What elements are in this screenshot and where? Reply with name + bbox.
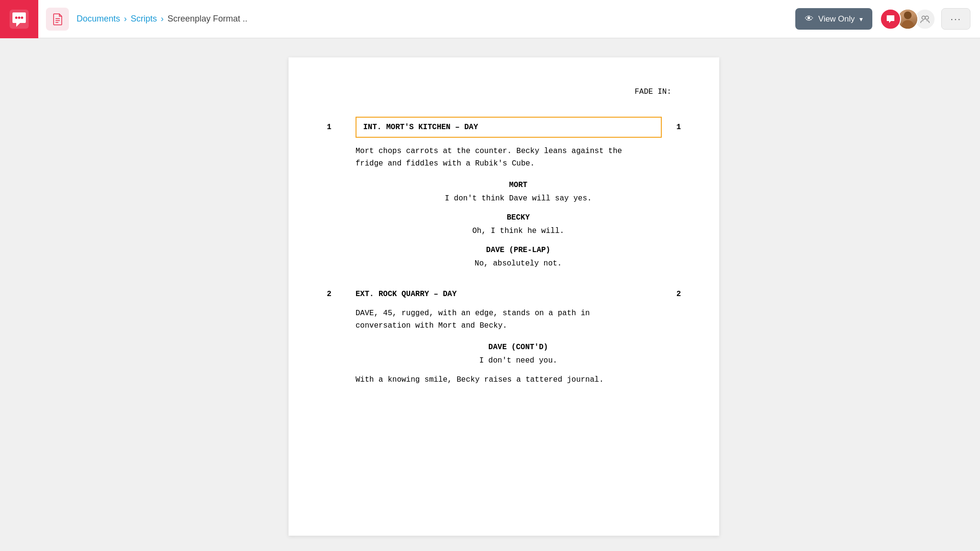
scene-2-heading: EXT. ROCK QUARRY – DAY — [356, 288, 662, 300]
svg-point-1 — [15, 16, 18, 19]
main-layout: FADE IN: 1 INT. MORT'S KITCHEN – DAY 1 M… — [0, 38, 980, 551]
scene-1-heading: INT. MORT'S KITCHEN – DAY — [356, 117, 662, 138]
character-becky: BECKY — [356, 212, 681, 223]
scene-2-trailing-action: With a knowing smile, Becky raises a tat… — [356, 374, 662, 386]
dialogue-dave-contd-line: I don't need you. — [356, 355, 681, 366]
breadcrumb-current: Screenplay Format .. — [167, 14, 247, 24]
view-only-label: View Only — [818, 14, 855, 24]
svg-point-8 — [925, 16, 929, 19]
eye-icon: 👁 — [805, 14, 813, 24]
fade-in: FADE IN: — [327, 86, 671, 98]
character-dave-contd: DAVE (CONT'D) — [356, 342, 681, 353]
breadcrumb-scripts[interactable]: Scripts — [131, 14, 157, 24]
right-sidebar — [956, 38, 980, 551]
scene-2-action: DAVE, 45, rugged, with an edge, stands o… — [356, 308, 662, 332]
scene-1-number-right: 1 — [662, 121, 681, 133]
svg-point-2 — [18, 16, 21, 19]
script-page: FADE IN: 1 INT. MORT'S KITCHEN – DAY 1 M… — [289, 57, 719, 536]
scene-2-heading-line: 2 EXT. ROCK QUARRY – DAY 2 — [327, 288, 681, 300]
app-logo — [0, 0, 38, 38]
scene-2-number-left: 2 — [327, 288, 356, 300]
scene-1-action: Mort chops carrots at the counter. Becky… — [356, 145, 662, 170]
character-mort: MORT — [356, 179, 681, 191]
scene-1-heading-line: 1 INT. MORT'S KITCHEN – DAY 1 — [327, 117, 681, 138]
breadcrumb-documents[interactable]: Documents — [77, 14, 120, 24]
svg-point-3 — [21, 16, 23, 19]
scene-2-number-right: 2 — [662, 288, 681, 300]
dialogue-becky-line: Oh, I think he will. — [356, 225, 681, 237]
dialogue-mort-line: I don't think Dave will say yes. — [356, 193, 681, 204]
scene-1: 1 INT. MORT'S KITCHEN – DAY 1 Mort chops… — [327, 117, 681, 269]
dialogue-dave-prelap: DAVE (PRE-LAP) No, absolutely not. — [327, 244, 681, 269]
doc-icon-button[interactable] — [46, 8, 69, 31]
scene-1-number-left: 1 — [327, 121, 356, 133]
dialogue-mort: MORT I don't think Dave will say yes. — [327, 179, 681, 204]
avatar-chat-icon — [880, 9, 901, 30]
view-only-button[interactable]: 👁 View Only ▾ — [795, 8, 872, 30]
left-sidebar — [0, 38, 52, 551]
character-dave-prelap: DAVE (PRE-LAP) — [356, 244, 681, 256]
breadcrumb: Documents › Scripts › Screenplay Format … — [77, 14, 788, 24]
scene-2: 2 EXT. ROCK QUARRY – DAY 2 DAVE, 45, rug… — [327, 288, 681, 386]
dialogue-becky: BECKY Oh, I think he will. — [327, 212, 681, 237]
dialogue-dave-contd: DAVE (CONT'D) I don't need you. — [327, 342, 681, 366]
more-options-button[interactable]: ··· — [941, 8, 970, 30]
script-area: FADE IN: 1 INT. MORT'S KITCHEN – DAY 1 M… — [52, 38, 956, 551]
breadcrumb-sep-2: › — [161, 14, 164, 24]
chevron-down-icon: ▾ — [859, 15, 863, 23]
svg-point-7 — [922, 16, 925, 19]
topbar: Documents › Scripts › Screenplay Format … — [0, 0, 980, 38]
topbar-right: ··· — [880, 8, 970, 30]
avatar-group — [880, 9, 935, 30]
dialogue-dave-prelap-line: No, absolutely not. — [356, 258, 681, 269]
breadcrumb-sep-1: › — [124, 14, 127, 24]
